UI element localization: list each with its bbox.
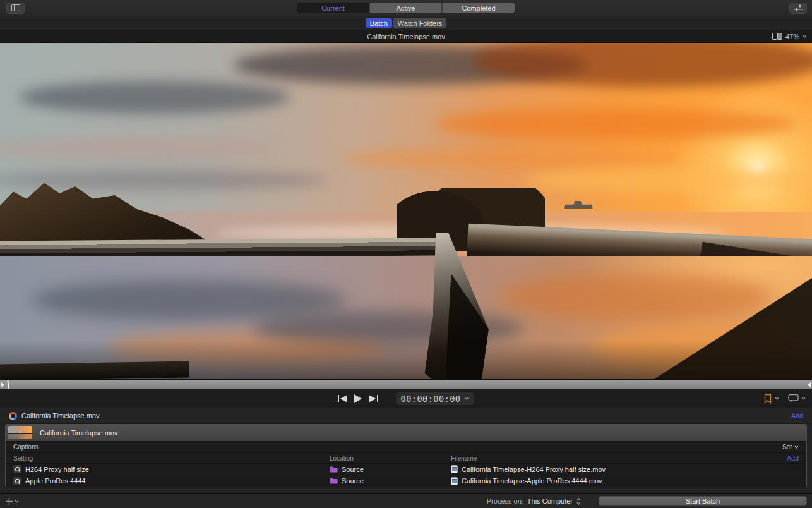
play-button[interactable]	[354, 394, 362, 403]
output-row[interactable]: Apple ProRes 4444 Source California Time…	[6, 475, 806, 487]
compressor-window: Current Active Completed Batch Watch Fol…	[0, 0, 812, 508]
job-title: California Timelapse.mov	[21, 412, 100, 420]
plus-icon	[5, 497, 13, 505]
cloud-shape	[436, 109, 796, 139]
setting-name: H264 Proxy half size	[25, 466, 89, 473]
source-thumbnail	[8, 426, 32, 439]
bottom-bar: Process on: This Computer Start Batch	[0, 493, 812, 508]
cloud-shape	[341, 149, 676, 168]
preview-title: California Timelapse.mov	[367, 33, 445, 40]
reflection-shape	[499, 274, 770, 320]
top-toolbar: Current Active Completed	[0, 0, 812, 16]
location-value: Source	[342, 466, 364, 473]
marker-bookmark-icon[interactable]	[763, 394, 772, 404]
video-preview[interactable]	[0, 43, 812, 379]
transport-bar: 00:00:00:00	[0, 389, 812, 408]
job-card: California Timelapse.mov Captions Set Se…	[5, 424, 807, 487]
source-row[interactable]: California Timelapse.mov	[6, 425, 806, 442]
chevron-down-icon[interactable]	[775, 397, 779, 400]
movie-file-icon	[451, 477, 458, 485]
sliders-icon	[794, 4, 803, 11]
chevron-down-icon[interactable]	[801, 397, 806, 400]
start-batch-button[interactable]: Start Batch	[599, 496, 807, 506]
timeline-scrubber[interactable]	[0, 379, 812, 389]
batch-panel: California Timelapse.mov Add California …	[0, 408, 812, 493]
split-view-icon[interactable]	[772, 33, 782, 40]
movie-file-icon	[451, 465, 458, 473]
reflection-shape	[32, 280, 347, 320]
sidebar-toggle-button[interactable]	[6, 3, 25, 14]
tab-completed[interactable]: Completed	[443, 3, 515, 13]
playhead[interactable]	[6, 380, 11, 389]
stepper-icon	[576, 498, 581, 505]
inspector-toggle-button[interactable]	[789, 3, 807, 14]
folder-icon	[330, 478, 338, 484]
output-row[interactable]: H264 Proxy half size Source California T…	[6, 464, 806, 475]
captions-row[interactable]: Captions Set	[6, 442, 806, 453]
column-filename: Filename	[451, 455, 477, 462]
setting-icon	[13, 477, 21, 485]
preview-titlebar: California Timelapse.mov 47%	[0, 30, 812, 43]
add-job-button[interactable]	[5, 497, 19, 505]
chevron-down-icon	[464, 397, 469, 400]
cloud-shape	[19, 81, 290, 114]
cloud-shape	[524, 167, 812, 193]
column-setting: Setting	[13, 455, 330, 462]
chevron-down-icon	[15, 500, 19, 503]
caption-bubble-icon[interactable]	[788, 394, 799, 403]
tab-batch[interactable]: Batch	[366, 18, 392, 28]
job-group-row[interactable]: California Timelapse.mov Add	[0, 408, 812, 424]
chevron-down-icon	[794, 445, 799, 449]
quicktime-icon	[9, 412, 17, 420]
location-value: Source	[342, 477, 364, 485]
out-point-marker[interactable]	[808, 382, 811, 388]
setting-icon	[13, 465, 21, 473]
timecode-field[interactable]: 00:00:00:00	[396, 392, 475, 405]
chevron-down-icon	[803, 35, 807, 38]
tab-watch-folders[interactable]: Watch Folders	[393, 18, 447, 28]
view-segmented-control: Current Active Completed	[297, 3, 515, 13]
process-on-label: Process on:	[487, 497, 523, 505]
add-output-link[interactable]: Add	[791, 412, 803, 420]
add-setting-link[interactable]: Add	[787, 454, 799, 462]
filename-value: California Timelapse-H264 Proxy half siz…	[462, 466, 606, 473]
timecode-value: 00:00:00:00	[401, 394, 461, 404]
filename-value: California Timelapse-Apple ProRes 4444.m…	[462, 477, 602, 485]
column-location: Location	[330, 455, 451, 462]
captions-set-dropdown[interactable]: Set	[782, 444, 799, 451]
skip-back-button[interactable]	[338, 395, 347, 402]
process-on-select[interactable]: This Computer	[527, 497, 581, 505]
sidebar-icon	[11, 4, 20, 11]
folder-icon	[330, 466, 338, 473]
source-name: California Timelapse.mov	[40, 429, 118, 437]
skip-forward-button[interactable]	[369, 395, 378, 402]
in-point-marker[interactable]	[1, 382, 4, 388]
outputs-header-row: Setting Location Filename Add	[6, 453, 806, 464]
tab-current[interactable]: Current	[297, 3, 370, 13]
captions-label: Captions	[13, 444, 38, 451]
wall-shape	[0, 361, 189, 379]
mode-tabs: Batch Watch Folders	[0, 16, 812, 30]
setting-name: Apple ProRes 4444	[25, 477, 85, 485]
zoom-level-dropdown[interactable]: 47%	[785, 33, 799, 40]
tab-active[interactable]: Active	[370, 3, 443, 13]
